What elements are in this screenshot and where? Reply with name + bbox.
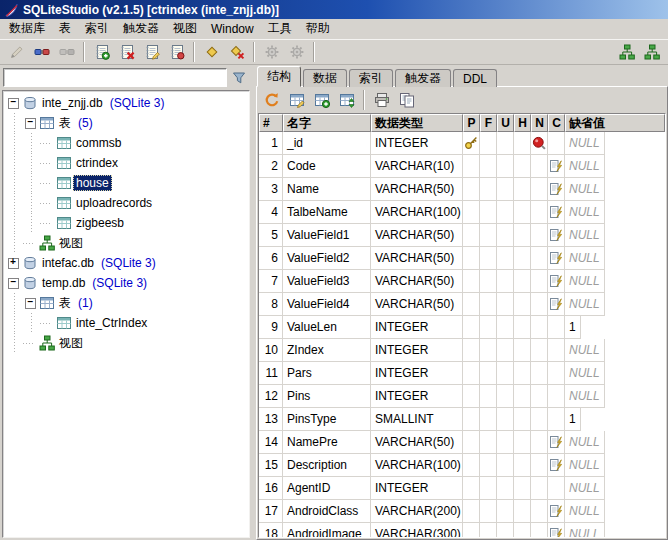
tree-item[interactable]: −temp.db(SQLite 3) — [3, 273, 249, 293]
fk-cell[interactable] — [480, 270, 497, 293]
tree-item[interactable]: inte_CtrIndex — [3, 313, 249, 333]
pk-cell[interactable] — [463, 385, 480, 408]
table-row[interactable]: 14NamePreVARCHAR(50)NULL — [259, 431, 665, 454]
fk-cell[interactable] — [480, 523, 497, 537]
tree-item[interactable]: commsb — [3, 133, 249, 153]
collapse-icon[interactable]: − — [6, 273, 20, 293]
notnull-cell[interactable] — [531, 523, 548, 537]
pk-cell[interactable] — [463, 431, 480, 454]
data-type-cell[interactable]: VARCHAR(50) — [371, 293, 463, 316]
default-value-cell[interactable]: NULL — [565, 201, 605, 224]
collate-cell[interactable] — [548, 316, 565, 339]
fk-cell[interactable] — [480, 477, 497, 500]
column-name-cell[interactable]: ValueField2 — [283, 247, 371, 270]
table-row[interactable]: 12PinsINTEGERNULL — [259, 385, 665, 408]
data-type-cell[interactable]: VARCHAR(300) — [371, 523, 463, 537]
tree-item[interactable]: ctrindex — [3, 153, 249, 173]
column-name-cell[interactable]: ValueField4 — [283, 293, 371, 316]
header-primary-key[interactable]: P — [463, 114, 480, 132]
pk-cell[interactable] — [463, 362, 480, 385]
data-type-cell[interactable]: INTEGER — [371, 385, 463, 408]
column-name-cell[interactable]: ValueField1 — [283, 224, 371, 247]
collate-cell[interactable] — [548, 362, 565, 385]
row-number-cell[interactable]: 4 — [259, 201, 283, 224]
default-value-cell[interactable]: NULL — [565, 477, 605, 500]
pk-cell[interactable] — [463, 500, 480, 523]
column-name-cell[interactable]: Description — [283, 454, 371, 477]
collapse-icon[interactable]: − — [23, 113, 37, 133]
check-cell[interactable] — [514, 201, 531, 224]
collate-cell[interactable] — [548, 247, 565, 270]
table-row[interactable]: 7ValueField3VARCHAR(50)NULL — [259, 270, 665, 293]
fk-cell[interactable] — [480, 155, 497, 178]
check-cell[interactable] — [514, 408, 531, 431]
delete-index-button[interactable] — [224, 41, 249, 63]
fk-cell[interactable] — [480, 385, 497, 408]
data-type-cell[interactable]: INTEGER — [371, 132, 463, 155]
tree-item[interactable]: 视图 — [3, 333, 249, 353]
unique-cell[interactable] — [497, 477, 514, 500]
notnull-cell[interactable] — [531, 293, 548, 316]
remove-database-button[interactable] — [114, 41, 139, 63]
default-value-cell[interactable]: NULL — [565, 293, 605, 316]
header-default-value[interactable]: 缺省值 — [565, 114, 665, 132]
column-name-cell[interactable]: AndroidClass — [283, 500, 371, 523]
column-name-cell[interactable]: Code — [283, 155, 371, 178]
pk-cell[interactable] — [463, 477, 480, 500]
edit-table-meta-button[interactable] — [139, 41, 164, 63]
table-row[interactable]: 11ParsINTEGERNULL — [259, 362, 665, 385]
row-number-cell[interactable]: 10 — [259, 339, 283, 362]
copy-table-button[interactable] — [394, 89, 419, 111]
notnull-cell[interactable] — [531, 201, 548, 224]
fk-cell[interactable] — [480, 408, 497, 431]
unique-cell[interactable] — [497, 523, 514, 537]
header-collate[interactable]: C — [548, 114, 565, 132]
fk-cell[interactable] — [480, 293, 497, 316]
check-cell[interactable] — [514, 362, 531, 385]
column-name-cell[interactable]: NamePre — [283, 431, 371, 454]
header-number[interactable]: # — [259, 114, 283, 132]
unique-cell[interactable] — [497, 155, 514, 178]
unique-cell[interactable] — [497, 339, 514, 362]
row-number-cell[interactable]: 11 — [259, 362, 283, 385]
new-index-button[interactable] — [199, 41, 224, 63]
check-cell[interactable] — [514, 132, 531, 155]
data-type-cell[interactable]: VARCHAR(50) — [371, 247, 463, 270]
sql-editor-button[interactable] — [614, 41, 639, 63]
notnull-cell[interactable] — [531, 454, 548, 477]
menu-item[interactable]: 表 — [52, 18, 78, 40]
column-name-cell[interactable]: AndroidImage — [283, 523, 371, 537]
row-number-cell[interactable]: 13 — [259, 408, 283, 431]
connect-database-button[interactable] — [29, 41, 54, 63]
row-number-cell[interactable]: 9 — [259, 316, 283, 339]
pk-cell[interactable] — [463, 408, 480, 431]
fk-cell[interactable] — [480, 500, 497, 523]
default-value-cell[interactable]: NULL — [565, 362, 605, 385]
collapse-icon[interactable]: − — [23, 293, 37, 313]
table-row[interactable]: 18AndroidImageVARCHAR(300)NULL — [259, 523, 665, 537]
data-type-cell[interactable]: VARCHAR(50) — [371, 270, 463, 293]
table-row[interactable]: 13PinsTypeSMALLINT1 — [259, 408, 665, 431]
check-cell[interactable] — [514, 339, 531, 362]
notnull-cell[interactable] — [531, 178, 548, 201]
table-row[interactable]: 4TalbeNameVARCHAR(100)NULL — [259, 201, 665, 224]
check-cell[interactable] — [514, 431, 531, 454]
header-unique[interactable]: U — [497, 114, 514, 132]
collate-cell[interactable] — [548, 270, 565, 293]
pk-cell[interactable] — [463, 132, 480, 155]
row-number-cell[interactable]: 6 — [259, 247, 283, 270]
check-cell[interactable] — [514, 316, 531, 339]
unique-cell[interactable] — [497, 316, 514, 339]
tab-triggers[interactable]: 触发器 — [395, 69, 451, 87]
notnull-cell[interactable] — [531, 362, 548, 385]
pk-cell[interactable] — [463, 293, 480, 316]
notnull-cell[interactable] — [531, 270, 548, 293]
collate-cell[interactable] — [548, 385, 565, 408]
default-value-cell[interactable]: NULL — [565, 454, 605, 477]
database-filter-input[interactable] — [3, 68, 227, 87]
data-type-cell[interactable]: VARCHAR(50) — [371, 178, 463, 201]
table-row[interactable]: 9ValueLenINTEGER1 — [259, 316, 665, 339]
tree-item[interactable]: −表(5) — [3, 113, 249, 133]
column-name-cell[interactable]: ValueLen — [283, 316, 371, 339]
data-type-cell[interactable]: SMALLINT — [371, 408, 463, 431]
